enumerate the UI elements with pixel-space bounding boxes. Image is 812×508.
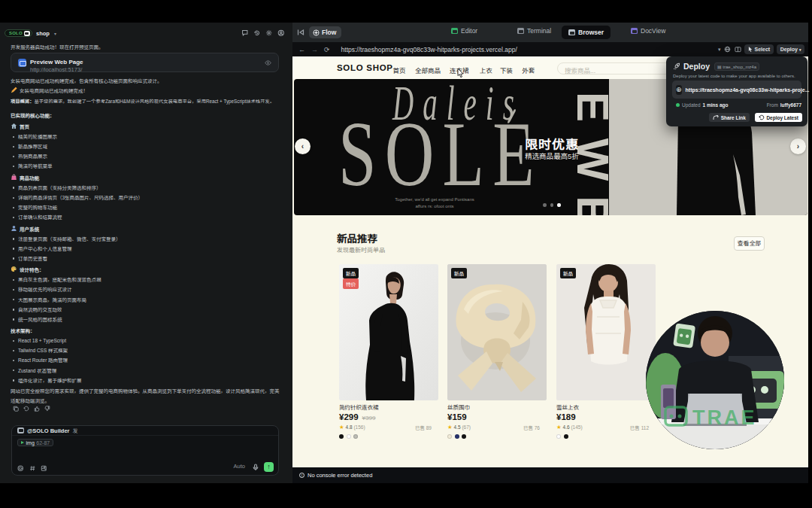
svg-text:TRAE: TRAE — [692, 406, 757, 429]
